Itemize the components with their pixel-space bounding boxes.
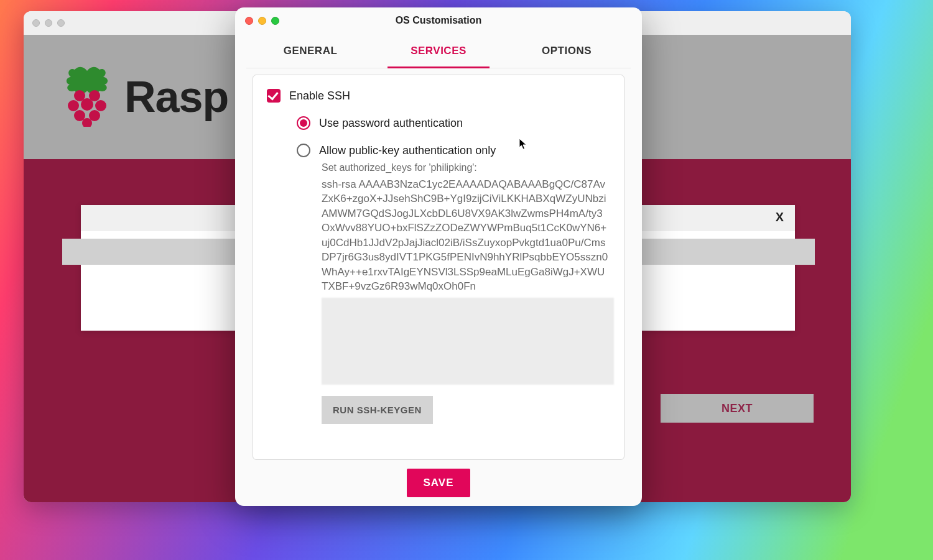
dialog-title: OS Customisation: [235, 15, 642, 26]
services-panel: Enable SSH Use password authentication A…: [253, 75, 624, 460]
raspberry-logo-icon: [61, 65, 113, 129]
os-customisation-dialog: OS Customisation GENERAL SERVICES OPTION…: [235, 7, 642, 506]
tab-general[interactable]: GENERAL: [246, 34, 374, 68]
svg-point-4: [95, 100, 106, 111]
redacted-key-area: [322, 298, 614, 385]
run-ssh-keygen-label: RUN SSH-KEYGEN: [333, 405, 422, 415]
brand-text: Rasp: [124, 72, 228, 122]
enable-ssh-label: Enable SSH: [289, 90, 350, 103]
raspberry-brand: Rasp: [61, 65, 228, 129]
publickey-auth-radio[interactable]: [297, 144, 310, 157]
save-button[interactable]: SAVE: [407, 469, 470, 497]
authorized-keys-caption: Set authorized_keys for 'philipking':: [322, 162, 610, 173]
tab-services-label: SERVICES: [411, 45, 466, 57]
ssh-auth-radio-group: Use password authentication Allow public…: [297, 116, 610, 157]
tab-services[interactable]: SERVICES: [374, 34, 503, 68]
password-auth-row: Use password authentication: [297, 116, 610, 130]
publickey-auth-label: Allow public-key authentication only: [319, 144, 496, 157]
password-auth-radio[interactable]: [297, 116, 310, 130]
bg-traffic-max[interactable]: [57, 19, 65, 27]
tab-options-label: OPTIONS: [542, 45, 592, 57]
redacted-edge-chars: [610, 300, 624, 375]
enable-ssh-row: Enable SSH: [267, 89, 610, 103]
ssh-key-text[interactable]: ssh-rsa AAAAB3NzaC1yc2EAAAADAQABAAABgQC/…: [322, 177, 610, 294]
tab-bar: GENERAL SERVICES OPTIONS: [246, 34, 631, 68]
tab-general-label: GENERAL: [284, 45, 338, 57]
run-ssh-keygen-button[interactable]: RUN SSH-KEYGEN: [322, 396, 433, 424]
svg-point-6: [89, 110, 100, 121]
enable-ssh-checkbox[interactable]: [267, 89, 281, 103]
close-icon[interactable]: X: [776, 210, 784, 224]
authorized-keys-block: Set authorized_keys for 'philipking': ss…: [322, 162, 610, 424]
publickey-auth-row: Allow public-key authentication only: [297, 144, 610, 157]
tab-options[interactable]: OPTIONS: [503, 34, 631, 68]
next-button-label: NEXT: [722, 402, 753, 415]
bg-traffic-min[interactable]: [45, 19, 52, 27]
svg-point-3: [81, 98, 93, 111]
modal-titlebar: OS Customisation: [235, 7, 642, 34]
next-button[interactable]: NEXT: [661, 394, 814, 423]
svg-point-2: [68, 100, 79, 111]
bg-traffic-close[interactable]: [32, 19, 40, 27]
svg-point-5: [74, 110, 85, 121]
save-button-label: SAVE: [423, 477, 453, 489]
password-auth-label: Use password authentication: [319, 117, 463, 130]
dialog-footer: SAVE: [235, 460, 642, 506]
